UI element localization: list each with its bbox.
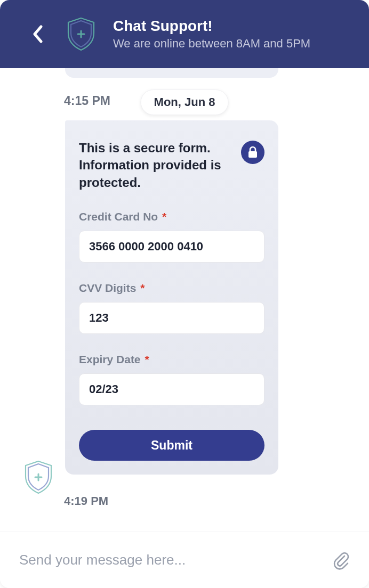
attach-button[interactable]: [328, 548, 354, 573]
previous-message-peek: [65, 68, 278, 78]
label-text: Expiry Date: [79, 353, 141, 365]
header-titles: Chat Support! We are online between 8AM …: [113, 18, 310, 51]
cvv-label: CVV Digits *: [79, 282, 264, 295]
shield-plus-icon: [23, 460, 53, 494]
header-subtitle: We are online between 8AM and 5PM: [113, 37, 310, 51]
brand-logo: [64, 17, 98, 51]
field-credit-card: Credit Card No *: [79, 210, 264, 263]
form-message-time: 4:19 PM: [64, 494, 108, 508]
chat-body: 4:15 PM Mon, Jun 8 This is a secure form…: [0, 68, 369, 532]
credit-card-input[interactable]: [79, 231, 264, 263]
header-title: Chat Support!: [113, 18, 310, 35]
svg-rect-0: [248, 151, 257, 158]
back-button[interactable]: [27, 23, 49, 45]
paperclip-icon: [332, 551, 351, 570]
cvv-input[interactable]: [79, 302, 264, 334]
required-mark: *: [145, 353, 149, 365]
field-expiry: Expiry Date *: [79, 353, 264, 405]
label-text: Credit Card No: [79, 210, 158, 223]
required-mark: *: [140, 282, 145, 294]
message-composer: [0, 532, 369, 588]
agent-avatar: [21, 460, 55, 494]
required-mark: *: [162, 210, 166, 223]
expiry-label: Expiry Date *: [79, 353, 264, 366]
date-separator-chip: Mon, Jun 8: [141, 89, 229, 115]
chat-widget: Chat Support! We are online between 8AM …: [0, 0, 369, 588]
field-cvv: CVV Digits *: [79, 282, 264, 334]
previous-message-time: 4:15 PM: [64, 94, 110, 108]
secure-form-heading: This is a secure form. Information provi…: [79, 140, 234, 191]
label-text: CVV Digits: [79, 282, 136, 294]
expiry-input[interactable]: [79, 373, 264, 405]
secure-form-header: This is a secure form. Information provi…: [79, 140, 264, 191]
secure-badge: [241, 141, 264, 164]
credit-card-label: Credit Card No *: [79, 210, 264, 223]
chevron-left-icon: [32, 25, 44, 43]
chat-header: Chat Support! We are online between 8AM …: [0, 0, 369, 68]
shield-plus-icon: [66, 17, 96, 51]
message-input[interactable]: [19, 552, 320, 568]
lock-icon: [247, 146, 258, 159]
secure-form-card: This is a secure form. Information provi…: [65, 120, 278, 475]
submit-button[interactable]: Submit: [79, 430, 264, 461]
